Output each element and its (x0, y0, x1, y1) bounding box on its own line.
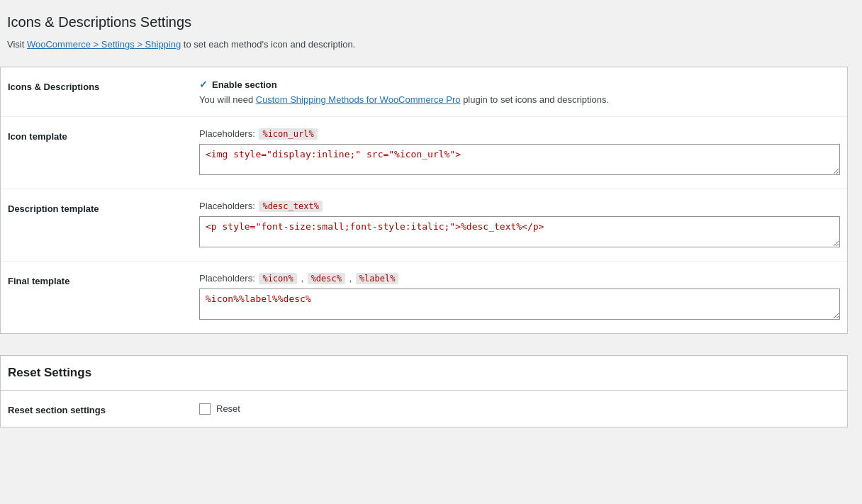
final-template-row: Final template Placeholders: %icon% , %d… (1, 262, 847, 333)
icons-descriptions-row: Icons & Descriptions ✓ Enable section Yo… (1, 67, 847, 117)
intro-text: Visit WooCommerce > Settings > Shipping … (0, 39, 848, 50)
description-template-label: Description template (8, 201, 199, 214)
icons-descriptions-block: Icons & Descriptions ✓ Enable section Yo… (0, 67, 848, 334)
enable-section-row: ✓ Enable section (199, 79, 840, 90)
desc-badge: %desc% (308, 273, 345, 284)
description-template-content: Placeholders: %desc_text% <p style="font… (199, 201, 840, 250)
icon-badge: %icon% (259, 273, 296, 284)
reset-label: Reset (216, 403, 240, 414)
enable-section-label: Enable section (212, 79, 277, 90)
reset-section-divider: Reset Settings Reset section settings Re… (0, 355, 848, 427)
page-container: Icons & Descriptions Settings Visit WooC… (0, 0, 862, 504)
reset-settings-heading: Reset Settings (0, 355, 848, 391)
reset-section-settings-row: Reset section settings Reset (0, 391, 848, 427)
reset-checkbox[interactable] (199, 403, 211, 415)
page-title: Icons & Descriptions Settings (0, 14, 848, 30)
icon-template-content: Placeholders: %icon_url% <img style="dis… (199, 128, 840, 177)
woocommerce-settings-link[interactable]: WooCommerce > Settings > Shipping (27, 39, 181, 50)
final-template-label: Final template (8, 273, 199, 286)
icons-descriptions-content: ✓ Enable section You will need Custom Sh… (199, 79, 840, 105)
icon-template-label: Icon template (8, 128, 199, 142)
icon-template-input[interactable]: <img style="display:inline;" src="%icon_… (199, 144, 840, 175)
label-badge: %label% (356, 273, 399, 284)
description-template-row: Description template Placeholders: %desc… (1, 189, 847, 262)
final-template-placeholders-line: Placeholders: %icon% , %desc% , %label% (199, 273, 840, 284)
icons-descriptions-label: Icons & Descriptions (8, 79, 199, 92)
intro-suffix: to set each method's icon and descriptio… (184, 39, 355, 50)
pro-description-text: You will need Custom Shipping Methods fo… (199, 94, 840, 105)
enable-checkmark-icon: ✓ (199, 79, 208, 90)
icon-url-badge: %icon_url% (259, 128, 317, 140)
pro-plugin-link[interactable]: Custom Shipping Methods for WooCommerce … (256, 94, 461, 105)
description-template-input[interactable]: <p style="font-size:small;font-style:ita… (199, 216, 840, 247)
final-template-input[interactable]: %icon%%label%%desc% (199, 289, 840, 320)
description-template-placeholders-line: Placeholders: %desc_text% (199, 201, 840, 212)
icon-template-placeholders-line: Placeholders: %icon_url% (199, 128, 840, 140)
reset-section-settings-label: Reset section settings (8, 402, 199, 415)
desc-text-badge: %desc_text% (259, 201, 322, 212)
icon-template-row: Icon template Placeholders: %icon_url% <… (1, 117, 847, 189)
reset-checkbox-area: Reset (199, 403, 240, 415)
intro-prefix: Visit (7, 39, 27, 50)
final-template-content: Placeholders: %icon% , %desc% , %label% … (199, 273, 840, 322)
